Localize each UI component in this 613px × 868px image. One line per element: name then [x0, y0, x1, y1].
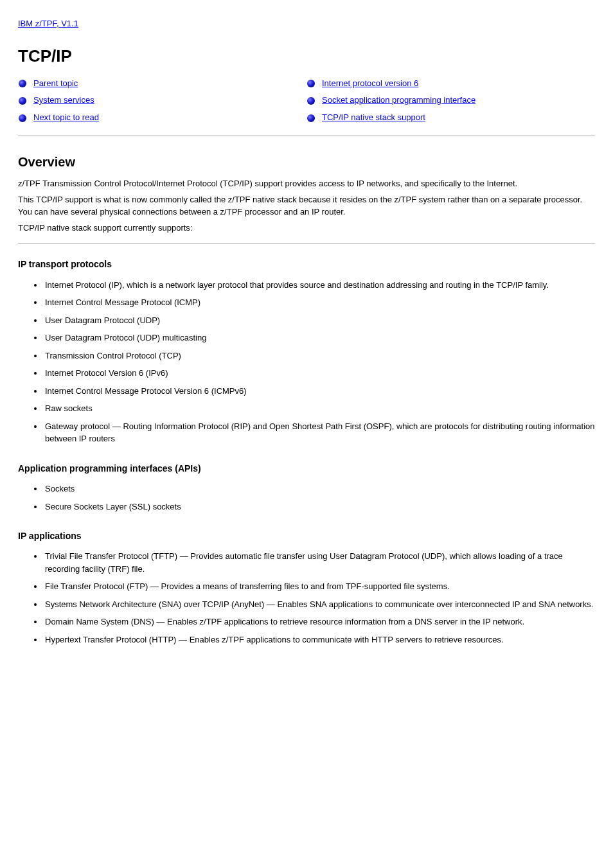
- svg-point-3: [307, 80, 315, 87]
- overview-p1: z/TPF Transmission Control Protocol/Inte…: [18, 178, 595, 190]
- list-item: Internet Protocol (IP), which is a netwo…: [44, 276, 595, 294]
- bullet-icon: [18, 96, 27, 105]
- bullet-icon: [18, 114, 27, 123]
- overview-heading: Overview: [18, 153, 595, 172]
- nav-link-native-stack[interactable]: TCP/IP native stack support: [322, 112, 425, 124]
- apis-heading: Application programming interfaces (APIs…: [18, 462, 595, 475]
- nav-left-list: Parent topic System services Next topic …: [18, 75, 306, 127]
- list-item: Sockets: [44, 480, 595, 498]
- bullet-icon: [18, 79, 27, 88]
- page-title: TCP/IP: [18, 44, 595, 69]
- list-item: Transmission Control Protocol (TCP): [44, 347, 595, 365]
- svg-point-4: [307, 97, 315, 105]
- nav-columns: Parent topic System services Next topic …: [18, 75, 595, 127]
- list-item: User Datagram Protocol (UDP) multicastin…: [44, 329, 595, 347]
- list-item: Hypertext Transfer Protocol (HTTP) — Ena…: [44, 631, 595, 649]
- bullet-icon: [306, 79, 315, 88]
- divider: [18, 136, 595, 136]
- breadcrumb-link[interactable]: IBM z/TPF, V1.1: [18, 19, 78, 28]
- nav-right-list: Internet protocol version 6 Socket appli…: [306, 75, 595, 127]
- list-item: Systems Network Architecture (SNA) over …: [44, 596, 595, 614]
- list-item: Domain Name System (DNS) — Enables z/TPF…: [44, 613, 595, 631]
- protocols-list: Internet Protocol (IP), which is a netwo…: [18, 276, 595, 448]
- svg-point-0: [19, 80, 26, 87]
- list-item: Internet Control Message Protocol Versio…: [44, 382, 595, 400]
- nav-link-ipv6[interactable]: Internet protocol version 6: [322, 78, 418, 90]
- svg-point-1: [19, 97, 26, 105]
- protocols-heading: IP transport protocols: [18, 258, 595, 270]
- divider: [18, 243, 595, 244]
- svg-point-2: [19, 114, 26, 122]
- list-item: Trivial File Transfer Protocol (TFTP) — …: [44, 547, 595, 578]
- nav-link-system-services[interactable]: System services: [33, 94, 94, 107]
- apis-list: Sockets Secure Sockets Layer (SSL) socke…: [18, 480, 595, 515]
- nav-link-socket-api[interactable]: Socket application programming interface: [322, 94, 475, 107]
- list-item: Secure Sockets Layer (SSL) sockets: [44, 498, 595, 516]
- list-item: User Datagram Protocol (UDP): [44, 312, 595, 330]
- list-item: Raw sockets: [44, 400, 595, 418]
- list-item: Internet Control Message Protocol (ICMP): [44, 294, 595, 312]
- list-item: Internet Protocol Version 6 (IPv6): [44, 364, 595, 382]
- bullet-icon: [306, 96, 315, 105]
- nav-link-parent-topic[interactable]: Parent topic: [33, 78, 78, 90]
- list-item: Gateway protocol — Routing Information P…: [44, 418, 595, 448]
- overview-p3: TCP/IP native stack support currently su…: [18, 222, 595, 235]
- bullet-icon: [306, 114, 315, 123]
- nav-link-next-topic[interactable]: Next topic to read: [33, 112, 99, 124]
- svg-point-5: [307, 114, 315, 122]
- apps-heading: IP applications: [18, 529, 595, 542]
- apps-list: Trivial File Transfer Protocol (TFTP) — …: [18, 547, 595, 648]
- list-item: File Transfer Protocol (FTP) — Provides …: [44, 578, 595, 596]
- overview-p2: This TCP/IP support is what is now commo…: [18, 194, 595, 218]
